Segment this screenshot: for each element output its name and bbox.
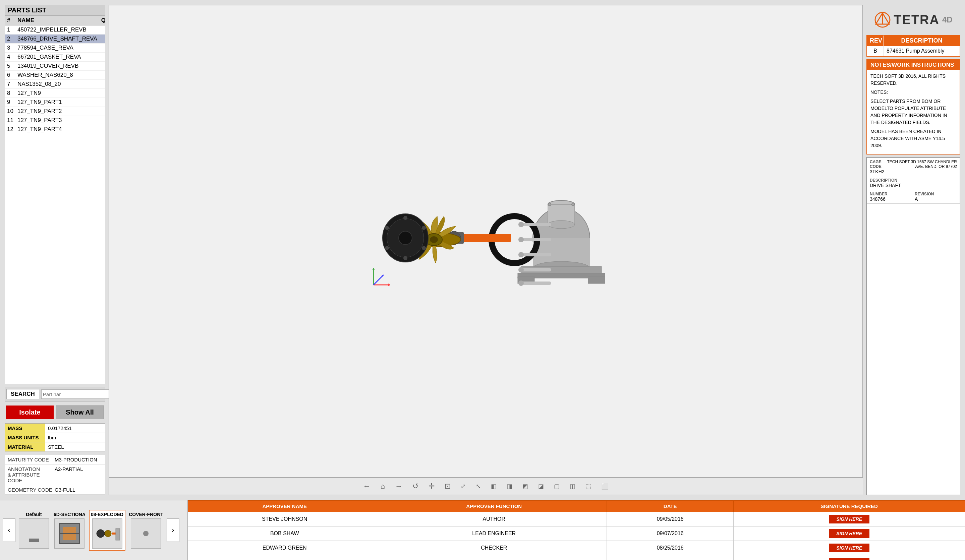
fit-btn[interactable]: ⤢ [459,481,468,491]
row-num: 12 [5,125,15,134]
svg-point-22 [518,252,524,257]
table-row[interactable]: 11 127_TN9_PART3 10 [5,116,105,125]
row-qty: 1 [99,34,105,44]
row-num: 1 [5,26,15,34]
approval-table-section: APPROVER NAMEAPPROVER FUNCTIONDATESIGNAT… [188,500,965,560]
prev-view-btn[interactable]: ‹ [3,518,15,542]
markup-btn[interactable]: ⬜ [599,481,610,491]
row-name: 127_TN9 [15,89,99,98]
measure-btn[interactable]: ⬚ [584,481,593,491]
table-row[interactable]: 1 450722_IMPELLER_REVB 1 [5,26,105,34]
zoom-box-btn[interactable]: ⊡ [443,481,453,492]
window-btn[interactable]: ⤡ [474,481,483,491]
table-row[interactable]: 6 WASHER_NAS620_8 7 [5,71,105,80]
tetra-logo: TETRA 4D [867,5,960,31]
row-qty: 1 [99,98,105,107]
left-panel: PARTS LIST # NAME QTY 1 450722_IMPELLER_… [5,5,105,495]
svg-rect-16 [521,238,551,241]
table-row[interactable]: 3 778594_CASE_REVA 1 [5,44,105,52]
row-qty: 1 [99,44,105,52]
view-cube-btn[interactable]: ▢ [552,481,562,491]
section-btn[interactable]: ◫ [568,481,577,491]
approver-date: 08/25/2016 [607,541,734,555]
row-num: 10 [5,107,15,116]
table-row[interactable]: 5 134019_COVER_REVB 1 [5,62,105,71]
cage-section: CAGE CODE 3TKH2 TECH SOFT 3D 1567 SW CHA… [867,157,960,495]
svg-point-56 [105,530,111,537]
approver-date: 09/05/2016 [607,512,734,526]
view-thumbnail[interactable]: 08-EXPLODED [89,510,125,550]
notes-body: TECH SOFT 3D 2016, ALL RIGHTS RESERVED.N… [867,70,960,154]
revision-value: A [915,196,957,202]
note-line: NOTES: [870,89,956,96]
row-name: 667201_GASKET_REVA [15,52,99,62]
col-num: # [5,16,15,26]
prop-label: MATERIAL [5,442,45,451]
view-thumbnail[interactable]: 6D-SECTIONA [52,510,87,550]
part-view2-btn[interactable]: ◨ [505,481,514,491]
approver-function: AUTHOR [381,512,607,526]
nav-home-btn[interactable]: ⌂ [379,481,387,492]
view-thumbnail[interactable]: COVER-FRONT [128,510,165,550]
table-row[interactable]: 12 127_TN9_PART4 10 [5,125,105,134]
approver-date: 09/07/2016 [607,526,734,541]
rev-value: B [867,46,884,56]
part-view1-btn[interactable]: ◧ [489,481,499,491]
svg-point-37 [422,226,426,230]
table-row[interactable]: 9 127_TN9_PART1 1 [5,98,105,107]
properties-section: MASS 0.0172451 MASS UNITS lbm MATERIAL S… [5,423,105,452]
svg-point-24 [518,281,524,286]
table-row[interactable]: 10 127_TN9_PART2 1 [5,107,105,116]
part-view4-btn[interactable]: ◪ [536,481,546,491]
table-row[interactable]: 2 348766_DRIVE_SHAFT_REVA 1 [5,34,105,44]
prop-label: MASS UNITS [5,433,45,442]
tetra-logo-icon [874,11,891,28]
code-label: ANNOTATION & ATTRIBUTE CODE [8,466,55,483]
sign-here-button[interactable]: SIGN HERE [829,544,869,552]
search-button[interactable]: SEARCH [7,389,39,399]
sign-here-button[interactable]: SIGN HERE [829,558,869,560]
tetra-4d-label: 4D [942,15,953,24]
table-row[interactable]: 8 127_TN9 1 [5,89,105,98]
next-view-btn[interactable]: › [167,518,179,542]
approval-col-header: APPROVER NAME [188,501,381,512]
search-input[interactable] [42,391,108,398]
row-num: 5 [5,62,15,71]
code-row: GEOMETRY CODE G3-FULL [5,485,105,495]
table-row[interactable]: 4 667201_GASKET_REVA 1 [5,52,105,62]
svg-rect-18 [521,268,551,271]
svg-point-38 [385,246,389,250]
3d-viewport[interactable] [109,5,863,478]
view-thumbnail[interactable]: Default [18,510,50,550]
svg-rect-17 [521,253,551,256]
view-thumbnails: ‹ Default 6D-SECTIONA 08-EXPLODED COVER-… [0,500,188,560]
number-label: NUMBER [870,192,909,196]
notes-section: NOTES/WORK INSTRUCTIONS TECH SOFT 3D 201… [867,59,960,155]
sign-here-button[interactable]: SIGN HERE [829,529,869,538]
svg-point-55 [96,529,105,537]
thumb-img [19,518,49,549]
main-container: PARTS LIST # NAME QTY 1 450722_IMPELLER_… [0,0,965,500]
isolate-button[interactable]: Isolate [6,405,54,419]
parts-list-header: PARTS LIST [5,5,105,16]
show-all-button[interactable]: Show All [56,405,104,419]
nav-forward-btn[interactable]: → [393,481,404,492]
pan-btn[interactable]: ✛ [427,481,437,492]
code-row: ANNOTATION & ATTRIBUTE CODE A2-PARTIAL [5,464,105,485]
sign-here-cell: SIGN HERE [734,541,965,555]
property-row: MASS 0.0172451 [5,424,105,433]
rotate-btn[interactable]: ↺ [411,481,420,492]
svg-marker-41 [388,284,390,286]
description-label: DESCRIPTION [870,178,957,183]
svg-point-39 [422,246,426,250]
part-view3-btn[interactable]: ◩ [520,481,530,491]
rev-col-header: REV [867,36,884,46]
approver-function: LEAD ENGINEER [381,526,607,541]
row-num: 3 [5,44,15,52]
row-qty: 10 [99,116,105,125]
nav-back-btn[interactable]: ← [361,481,373,492]
sign-here-button[interactable]: SIGN HERE [829,515,869,524]
table-row[interactable]: 7 NAS1352_08_20 7 [5,80,105,89]
code-label: GEOMETRY CODE [8,487,55,493]
isolate-showall: Isolate Show All [5,404,105,421]
